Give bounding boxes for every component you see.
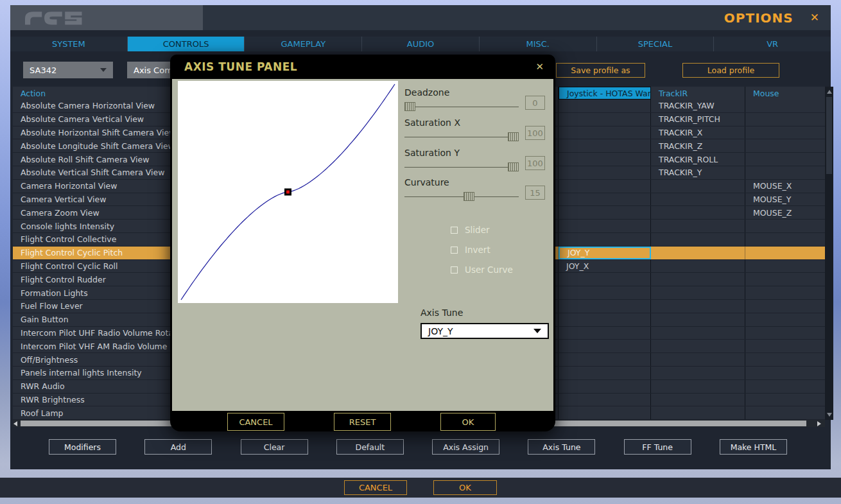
saturation-y-slider-handle[interactable] (508, 162, 519, 171)
invert-checkbox[interactable] (451, 247, 458, 254)
mouse-cell[interactable] (745, 139, 825, 152)
mouse-cell[interactable] (745, 260, 825, 273)
trackir-cell[interactable] (651, 286, 745, 299)
mouse-cell[interactable]: MOUSE_X (745, 180, 825, 193)
joystick-cell[interactable] (559, 300, 651, 313)
mouse-cell[interactable] (745, 340, 825, 352)
joystick-cell[interactable] (559, 394, 651, 406)
axis-assign-button[interactable]: Axis Assign (432, 439, 499, 455)
trackir-cell[interactable] (651, 273, 745, 286)
scroll-up-icon[interactable] (827, 90, 832, 94)
mouse-cell[interactable] (745, 100, 825, 112)
tab-misc[interactable]: MISC. (480, 37, 597, 51)
load-profile-button[interactable]: Load profile (682, 63, 779, 78)
trackir-cell[interactable] (651, 340, 745, 352)
mouse-cell[interactable] (745, 380, 825, 393)
mouse-cell[interactable] (745, 406, 825, 419)
joystick-cell[interactable] (559, 380, 651, 393)
joystick-cell[interactable] (559, 166, 651, 179)
mouse-cell[interactable] (745, 367, 825, 379)
joystick-cell[interactable] (559, 113, 651, 126)
ff-tune-button[interactable]: FF Tune (624, 439, 691, 455)
trackir-cell[interactable] (651, 180, 745, 193)
joystick-cell[interactable] (559, 180, 651, 193)
joystick-cell[interactable] (559, 139, 651, 152)
mouse-cell[interactable] (745, 313, 825, 326)
joystick-cell[interactable] (559, 313, 651, 326)
column-header-trackir[interactable]: TrackIR (651, 87, 745, 100)
scroll-right-icon[interactable] (817, 421, 821, 426)
mouse-cell[interactable] (745, 166, 825, 179)
saturation-y-value[interactable]: 100 (525, 156, 545, 170)
invert-checkbox-row[interactable]: Invert (451, 245, 490, 255)
joystick-cell[interactable] (559, 340, 651, 352)
trackir-cell[interactable] (651, 260, 745, 273)
trackir-cell[interactable] (651, 394, 745, 406)
slider-checkbox-row[interactable]: Slider (451, 225, 490, 235)
mouse-cell[interactable] (745, 327, 825, 340)
tab-gameplay[interactable]: GAMEPLAY (245, 37, 362, 51)
saturation-x-slider[interactable] (404, 132, 519, 142)
saturation-y-slider[interactable] (404, 162, 519, 172)
curvature-slider-handle[interactable] (464, 192, 474, 201)
curve-marker-center[interactable] (286, 191, 290, 194)
curvature-slider[interactable] (404, 192, 519, 202)
trackir-cell[interactable] (651, 353, 745, 366)
trackir-cell[interactable] (651, 247, 745, 259)
slider-checkbox[interactable] (451, 227, 458, 234)
save-profile-button[interactable]: Save profile as (556, 63, 645, 78)
joystick-cell[interactable] (559, 327, 651, 340)
mouse-cell[interactable] (745, 353, 825, 366)
mouse-cell[interactable] (745, 273, 825, 286)
mouse-cell[interactable]: MOUSE_Y (745, 193, 825, 206)
mouse-cell[interactable] (745, 286, 825, 299)
add-button[interactable]: Add (144, 439, 212, 455)
trackir-cell[interactable]: TRACKIR_PITCH (651, 113, 745, 126)
column-header-mouse[interactable]: Mouse (745, 87, 825, 100)
dialog-reset-button[interactable]: RESET (334, 413, 391, 431)
dialog-cancel-button[interactable]: CANCEL (227, 413, 284, 431)
curvature-value[interactable]: 15 (525, 186, 545, 200)
joystick-cell[interactable]: JOY_X (559, 260, 651, 273)
tab-vr[interactable]: VR (714, 37, 831, 51)
dialog-ok-button[interactable]: OK (440, 413, 496, 431)
tab-system[interactable]: SYSTEM (10, 37, 128, 51)
vertical-scrollbar[interactable] (825, 87, 833, 420)
curve-canvas[interactable] (178, 81, 398, 303)
deadzone-slider[interactable] (404, 102, 519, 112)
axis-tune-button[interactable]: Axis Tune (528, 439, 595, 455)
response-curve-plot[interactable] (178, 81, 398, 303)
joystick-cell[interactable] (559, 286, 651, 299)
trackir-cell[interactable] (651, 313, 745, 326)
joystick-cell[interactable] (559, 126, 651, 139)
clear-button[interactable]: Clear (241, 439, 308, 455)
joystick-cell[interactable] (559, 153, 651, 166)
joystick-cell[interactable] (559, 406, 651, 419)
trackir-cell[interactable] (651, 193, 745, 206)
vertical-scroll-thumb[interactable] (826, 97, 832, 174)
joystick-cell[interactable] (559, 220, 651, 232)
mouse-cell[interactable] (745, 233, 825, 246)
module-select[interactable]: SA342 (23, 62, 113, 78)
mouse-cell[interactable] (745, 300, 825, 313)
trackir-cell[interactable] (651, 327, 745, 340)
close-icon[interactable]: ✕ (810, 12, 819, 23)
mouse-cell[interactable] (745, 220, 825, 232)
mouse-cell[interactable] (745, 153, 825, 166)
make-html-button[interactable]: Make HTML (720, 439, 787, 455)
cancel-button[interactable]: CANCEL (344, 480, 407, 495)
deadzone-slider-handle[interactable] (404, 102, 415, 111)
trackir-cell[interactable]: TRACKIR_X (651, 126, 745, 139)
saturation-x-value[interactable]: 100 (525, 126, 545, 140)
dialog-close-icon[interactable]: ✕ (535, 61, 555, 73)
saturation-x-slider-handle[interactable] (508, 132, 519, 141)
joystick-cell[interactable] (559, 100, 651, 112)
trackir-cell[interactable] (651, 300, 745, 313)
joystick-cell[interactable]: JOY_Y (559, 247, 651, 259)
trackir-cell[interactable]: TRACKIR_Y (651, 166, 745, 179)
joystick-cell[interactable] (559, 353, 651, 366)
mouse-cell[interactable] (745, 247, 825, 259)
default-button[interactable]: Default (336, 439, 404, 455)
ok-button[interactable]: OK (433, 480, 497, 495)
joystick-cell[interactable] (559, 367, 651, 379)
